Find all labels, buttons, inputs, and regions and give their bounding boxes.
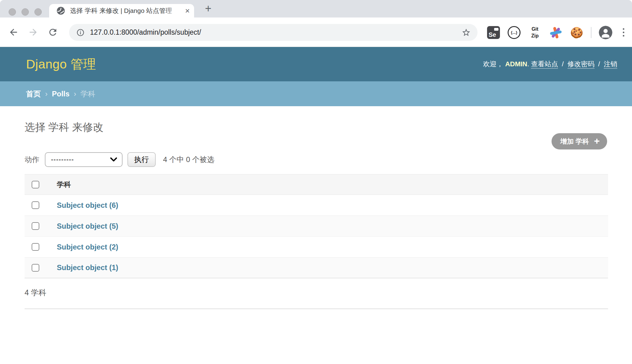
breadcrumb-home-link[interactable]: 首页 [26, 89, 41, 99]
bookmark-star-icon[interactable] [462, 28, 471, 37]
table-header-row: 学科 [25, 175, 608, 195]
change-password-link[interactable]: 修改密码 [568, 60, 595, 69]
toolbar-divider [591, 27, 591, 38]
subject-link[interactable]: Subject object (1) [57, 263, 118, 272]
actions-label: 动作 [25, 155, 39, 165]
select-all-checkbox[interactable] [32, 181, 39, 188]
subject-link[interactable]: Subject object (6) [57, 201, 118, 210]
cookie-extension-icon[interactable]: 🍪 [570, 26, 583, 39]
action-counter: 4 个中 0 个被选 [163, 155, 214, 165]
gitzip-bottom-label: Zip [531, 34, 539, 38]
extensions-area: Se {...} Git ﹏﹏ Zip 🍪 [480, 24, 627, 41]
table-row: Subject object (2) [25, 237, 608, 258]
profile-avatar[interactable] [599, 26, 612, 39]
browser-tab[interactable]: 选择 学科 来修改 | Django 站点管理 × [49, 4, 194, 17]
object-tools: 增加 学科 + [552, 133, 607, 149]
window-minimize-button[interactable] [21, 8, 29, 16]
content-footer-divider [25, 308, 608, 309]
address-bar[interactable]: 127.0.0.1:8000/admin/polls/subject/ [69, 24, 478, 41]
row-checkbox[interactable] [32, 222, 39, 230]
welcome-text: 欢迎， [483, 60, 503, 68]
subject-link[interactable]: Subject object (2) [57, 243, 118, 251]
row-checkbox[interactable] [32, 201, 39, 209]
forward-icon[interactable] [27, 26, 39, 38]
add-subject-button[interactable]: 增加 学科 + [552, 133, 607, 149]
selenium-extension-icon[interactable]: Se [487, 26, 500, 39]
browser-toolbar: 127.0.0.1:8000/admin/polls/subject/ Se {… [0, 17, 632, 47]
url-text[interactable]: 127.0.0.1:8000/admin/polls/subject/ [90, 28, 462, 37]
site-branding-link[interactable]: Django 管理 [26, 56, 96, 73]
json-viewer-extension-icon[interactable]: {...} [507, 26, 521, 39]
period: . [527, 60, 529, 68]
tab-title: 选择 学科 来修改 | Django 站点管理 [70, 7, 172, 14]
paginator-count: 4 学科 [25, 278, 608, 298]
table-row: Subject object (6) [25, 195, 608, 216]
window-zoom-button[interactable] [34, 8, 42, 16]
subject-link[interactable]: Subject object (5) [57, 222, 118, 230]
plus-icon: + [594, 136, 600, 146]
table-row: Subject object (5) [25, 216, 608, 237]
chrome-menu-icon[interactable] [620, 26, 627, 39]
user-tools: 欢迎， ADMIN. 查看站点 / 修改密码 / 注销 [483, 60, 617, 69]
back-icon[interactable] [7, 26, 20, 38]
page-info-icon[interactable] [76, 29, 84, 37]
gitzip-extension-icon[interactable]: Git ﹏﹏ Zip [528, 26, 542, 39]
tab-close-icon[interactable]: × [185, 7, 190, 15]
go-button[interactable]: 执行 [127, 152, 156, 167]
window-controls [9, 8, 42, 16]
chevron-down-icon [110, 157, 117, 162]
breadcrumb-separator: › [45, 90, 48, 98]
new-tab-button[interactable]: + [202, 2, 214, 15]
link-separator: / [598, 60, 600, 68]
reload-icon[interactable] [47, 26, 59, 38]
tab-strip: 选择 学科 来修改 | Django 站点管理 × + [0, 0, 632, 17]
tab-title-container: 选择 学科 来修改 | Django 站点管理 [70, 6, 182, 15]
logout-link[interactable]: 注销 [604, 60, 617, 69]
changelist-content: 选择 学科 来修改 增加 学科 + 动作 --------- 执行 4 个中 0… [0, 120, 632, 309]
browser-window: 选择 学科 来修改 | Django 站点管理 × + 127.0.0.1:80… [0, 0, 632, 364]
row-checkbox[interactable] [32, 264, 39, 272]
view-site-link[interactable]: 查看站点 [531, 60, 558, 69]
window-close-button[interactable] [9, 8, 16, 16]
actions-bar: 动作 --------- 执行 4 个中 0 个被选 [25, 152, 608, 167]
column-header: 学科 [57, 180, 71, 189]
row-checkbox[interactable] [32, 243, 39, 251]
breadcrumb-current: 学科 [80, 89, 95, 99]
username: ADMIN [505, 60, 527, 68]
action-select-value: --------- [51, 156, 74, 164]
selenium-label: Se [489, 31, 496, 38]
table-row: Subject object (1) [25, 258, 608, 278]
json-viewer-label: {...} [511, 30, 517, 35]
video-camera-icon [494, 28, 498, 31]
asterisk-extension-icon[interactable] [549, 26, 563, 39]
admin-header: Django 管理 欢迎， ADMIN. 查看站点 / 修改密码 / 注销 [0, 47, 632, 81]
breadcrumb-separator: › [74, 90, 76, 98]
breadcrumb-polls-link[interactable]: Polls [52, 90, 69, 98]
link-separator: / [562, 60, 564, 68]
action-select[interactable]: --------- [45, 152, 123, 167]
result-table: 学科 Subject object (6) Subject object (5)… [25, 174, 608, 278]
page-title: 选择 学科 来修改 [25, 120, 608, 134]
globe-favicon-icon [57, 6, 65, 15]
breadcrumb: 首页 › Polls › 学科 [0, 81, 632, 106]
add-subject-label: 增加 学科 [560, 137, 589, 146]
